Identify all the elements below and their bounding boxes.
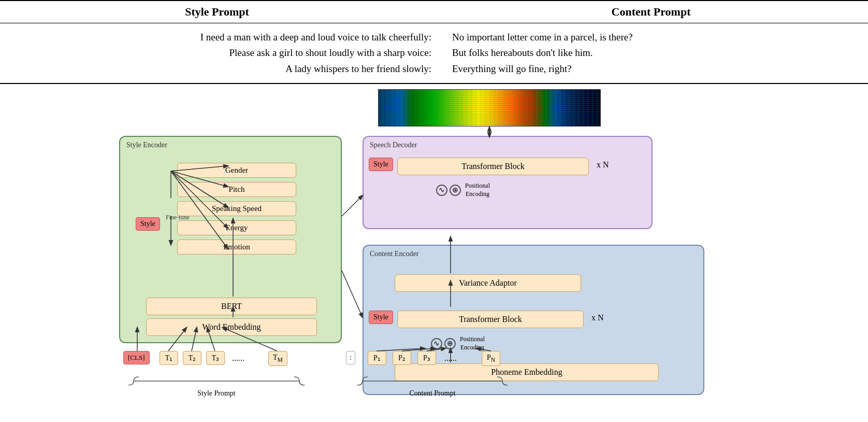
content-encoder-label: Content Encoder <box>370 250 418 258</box>
circle-wave-content: ∿ <box>431 338 442 349</box>
content-left: I need a man with a deep and loud voice … <box>16 30 442 77</box>
circle-plus-content: ⊕ <box>444 338 456 349</box>
content-prompt-bottom-label: Content Prompt <box>357 376 508 398</box>
content-left-line2: Please ask a girl to shout loudly with a… <box>16 45 431 61</box>
style-prompt-bottom-label: Style Prompt <box>128 376 305 398</box>
diagram-area: Style Encoder Gender Pitch Speaking Spee… <box>0 84 868 385</box>
attr-gender: Gender <box>177 163 296 178</box>
svg-line-22 <box>342 271 363 317</box>
token-t2: T₂ <box>183 351 201 365</box>
content-row: I need a man with a deep and loud voice … <box>0 23 868 84</box>
token-pn: PN <box>482 351 500 366</box>
content-right-line1: No important letter come in a parcel, is… <box>452 30 868 45</box>
speech-transformer-block: Transformer Block <box>397 158 589 175</box>
header-content-prompt: Content Prompt <box>434 5 868 19</box>
content-encoder-box: Content Encoder Variance Adaptor Style T… <box>363 245 704 395</box>
token-tm: TM <box>268 351 287 366</box>
content-right-line2: But folks hereabouts don't like him. <box>452 45 868 61</box>
content-brace-svg <box>357 376 508 386</box>
content-xn-label: x N <box>591 313 604 322</box>
speech-pos-enc-label: PositionalEncoding <box>465 182 490 198</box>
style-prompt-label-text: Style Prompt <box>128 389 305 398</box>
content-pos-enc-label: PositionalEncoding <box>460 335 485 351</box>
content-prompt-label-text: Content Prompt <box>357 389 508 398</box>
style-token-encoder: Style <box>136 217 160 231</box>
token-p2: P₂ <box>393 351 411 365</box>
header-table: Style Prompt Content Prompt <box>0 0 868 23</box>
bert-box: BERT <box>146 298 317 315</box>
style-token-content: Style <box>369 311 393 324</box>
token-p3: P₃ <box>417 351 436 365</box>
style-encoder-box: Style Encoder Gender Pitch Speaking Spee… <box>119 136 342 343</box>
word-embedding-box: Word Embedding <box>146 318 317 336</box>
attr-pitch: Pitch <box>177 182 296 197</box>
circle-wave-speech: ∿ <box>436 185 447 196</box>
token-dots-style: ...... <box>232 354 244 363</box>
token-t1: T₁ <box>160 351 178 365</box>
spectrogram <box>378 89 601 126</box>
attr-speaking-speed: Speaking Speed <box>177 201 296 216</box>
content-pos-enc: ∿ ⊕ PositionalEncoding <box>431 335 485 351</box>
speech-decoder-box: Speech Decoder Style Transformer Block x… <box>363 136 653 229</box>
speech-xn-label: x N <box>597 160 609 170</box>
token-t3: T₃ <box>206 351 225 365</box>
circle-plus-speech: ⊕ <box>450 185 461 196</box>
attr-boxes: Gender Pitch Speaking Speed Energy Emoti… <box>177 163 296 255</box>
colon-box: : <box>346 351 355 364</box>
content-transformer-block: Transformer Block <box>397 311 584 328</box>
style-token-decoder: Style <box>369 158 393 171</box>
cls-token: [CLS] <box>123 351 150 364</box>
speech-pos-enc: ∿ ⊕ PositionalEncoding <box>436 182 490 198</box>
fine-tune-label: Fine-tune <box>166 214 190 221</box>
svg-line-21 <box>342 195 363 216</box>
style-encoder-label: Style Encoder <box>126 141 167 149</box>
attr-emotion: Emotion <box>177 240 296 255</box>
token-p1: P₁ <box>368 351 386 365</box>
attr-energy: Energy <box>177 220 296 235</box>
variance-adaptor-box: Variance Adaptor <box>395 274 581 292</box>
header-style-prompt: Style Prompt <box>0 5 434 19</box>
spectrogram-overlay <box>379 90 600 126</box>
token-dots-content: ...... <box>444 354 457 363</box>
content-left-line3: A lady whispers to her friend slowly: <box>16 61 431 77</box>
speech-decoder-label: Speech Decoder <box>370 141 417 149</box>
content-right-line3: Everything will go fine, right? <box>452 61 868 77</box>
style-brace-svg <box>128 376 305 386</box>
content-right: No important letter come in a parcel, is… <box>442 30 868 77</box>
content-left-line1: I need a man with a deep and loud voice … <box>16 30 431 45</box>
